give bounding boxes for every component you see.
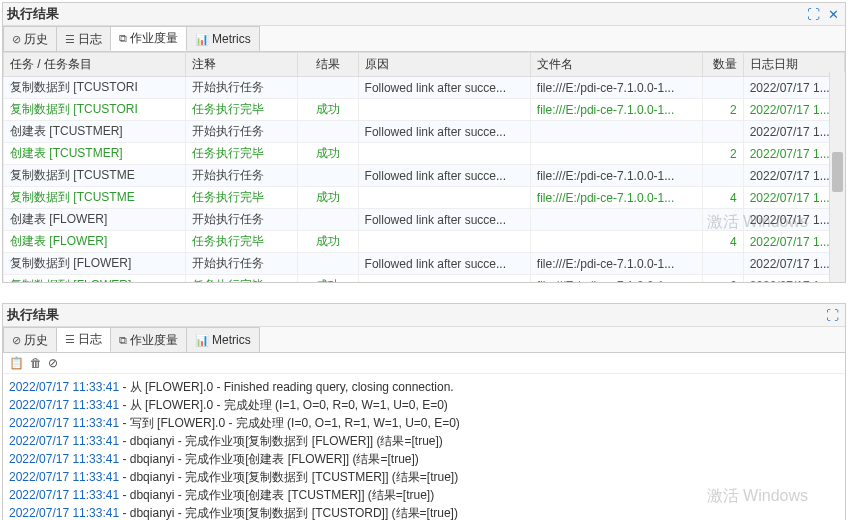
cell: file:///E:/pdi-ce-7.1.0.0-1...: [530, 99, 702, 121]
col-task[interactable]: 任务 / 任务条目: [4, 53, 186, 77]
cell: 复制数据到 [TCUSTME: [4, 165, 186, 187]
tab-icon: ⧉: [119, 334, 127, 347]
tab-日志[interactable]: ☰日志: [56, 26, 111, 51]
cell: [297, 77, 358, 99]
cell: [297, 209, 358, 231]
log-message: - dbqianyi - 完成作业项[创建表 [TCUSTMER]] (结果=[…: [119, 488, 434, 502]
tab-作业度量[interactable]: ⧉作业度量: [110, 26, 187, 51]
panel-controls: ⛶ ✕: [805, 7, 841, 22]
log-line: 2022/07/17 11:33:41 - dbqianyi - 完成作业项[复…: [9, 432, 839, 450]
cell: Followed link after succe...: [358, 209, 530, 231]
cell: 成功: [297, 187, 358, 209]
col-file[interactable]: 文件名: [530, 53, 702, 77]
cell: Followed link after succe...: [358, 121, 530, 143]
clear-icon[interactable]: ⊘: [48, 356, 58, 370]
table-row[interactable]: 创建表 [FLOWER]开始执行任务Followed link after su…: [4, 209, 845, 231]
log-line: 2022/07/17 11:33:41 - dbqianyi - 完成作业项[复…: [9, 504, 839, 520]
log-timestamp: 2022/07/17 11:33:41: [9, 452, 119, 466]
tab-label: 日志: [78, 31, 102, 48]
panel-title: 执行结果: [7, 5, 59, 23]
tab-历史[interactable]: ⊘历史: [3, 26, 57, 51]
table-header-row: 任务 / 任务条目 注释 结果 原因 文件名 数量 日志日期: [4, 53, 845, 77]
close-icon[interactable]: ✕: [826, 7, 841, 22]
cell: [297, 121, 358, 143]
log-line: 2022/07/17 11:33:41 - dbqianyi - 完成作业项[创…: [9, 450, 839, 468]
log-line: 2022/07/17 11:33:41 - dbqianyi - 完成作业项[创…: [9, 486, 839, 504]
cell: [703, 165, 744, 187]
tab-icon: ⊘: [12, 334, 21, 347]
cell: [297, 253, 358, 275]
cell: 成功: [297, 275, 358, 283]
cell: 开始执行任务: [186, 209, 297, 231]
tab-icon: ☰: [65, 33, 75, 46]
tab-label: 日志: [78, 331, 102, 348]
cell: [703, 253, 744, 275]
copy-icon[interactable]: 📋: [9, 356, 24, 370]
tab-Metrics[interactable]: 📊Metrics: [186, 26, 260, 51]
cell: 创建表 [TCUSTMER]: [4, 143, 186, 165]
log-line: 2022/07/17 11:33:41 - 从 [FLOWER].0 - Fin…: [9, 378, 839, 396]
table-row[interactable]: 复制数据到 [FLOWER]开始执行任务Followed link after …: [4, 253, 845, 275]
cell: Followed link after succe...: [358, 253, 530, 275]
tab-icon: 📊: [195, 33, 209, 46]
cell: Followed link after succe...: [358, 77, 530, 99]
log-timestamp: 2022/07/17 11:33:41: [9, 434, 119, 448]
panel-controls: ⛶: [824, 308, 841, 323]
cell: file:///E:/pdi-ce-7.1.0.0-1...: [530, 187, 702, 209]
cell: [358, 99, 530, 121]
cell: [530, 121, 702, 143]
results-panel-bottom: 执行结果 ⛶ ⊘历史☰日志⧉作业度量📊Metrics 📋 🗑 ⊘ 2022/07…: [2, 303, 846, 520]
expand-icon[interactable]: ⛶: [805, 7, 822, 22]
tab-日志[interactable]: ☰日志: [56, 327, 111, 352]
table-container[interactable]: 任务 / 任务条目 注释 结果 原因 文件名 数量 日志日期 复制数据到 [TC…: [3, 52, 845, 282]
cell: 2: [703, 143, 744, 165]
table-row[interactable]: 复制数据到 [TCUSTORI开始执行任务Followed link after…: [4, 77, 845, 99]
trash-icon[interactable]: 🗑: [30, 356, 42, 370]
table-row[interactable]: 复制数据到 [TCUSTME任务执行完毕成功file:///E:/pdi-ce-…: [4, 187, 845, 209]
tab-icon: ⊘: [12, 33, 21, 46]
cell: 复制数据到 [TCUSTORI: [4, 77, 186, 99]
col-result[interactable]: 结果: [297, 53, 358, 77]
cell: 复制数据到 [TCUSTORI: [4, 99, 186, 121]
log-line: 2022/07/17 11:33:41 - 写到 [FLOWER].0 - 完成…: [9, 414, 839, 432]
cell: file:///E:/pdi-ce-7.1.0.0-1...: [530, 77, 702, 99]
cell: 复制数据到 [TCUSTME: [4, 187, 186, 209]
table-row[interactable]: 复制数据到 [FLOWER]任务执行完毕成功file:///E:/pdi-ce-…: [4, 275, 845, 283]
expand-icon[interactable]: ⛶: [824, 308, 841, 323]
cell: 4: [703, 231, 744, 253]
cell: file:///E:/pdi-ce-7.1.0.0-1...: [530, 275, 702, 283]
cell: 任务执行完毕: [186, 231, 297, 253]
tab-Metrics[interactable]: 📊Metrics: [186, 327, 260, 352]
col-comment[interactable]: 注释: [186, 53, 297, 77]
cell: 任务执行完毕: [186, 143, 297, 165]
table-row[interactable]: 创建表 [TCUSTMER]开始执行任务Followed link after …: [4, 121, 845, 143]
log-line: 2022/07/17 11:33:41 - dbqianyi - 完成作业项[复…: [9, 468, 839, 486]
col-qty[interactable]: 数量: [703, 53, 744, 77]
tab-作业度量[interactable]: ⧉作业度量: [110, 327, 187, 352]
cell: 开始执行任务: [186, 121, 297, 143]
tab-label: Metrics: [212, 32, 251, 46]
cell: 开始执行任务: [186, 253, 297, 275]
table-row[interactable]: 复制数据到 [TCUSTORI任务执行完毕成功file:///E:/pdi-ce…: [4, 99, 845, 121]
table-row[interactable]: 创建表 [TCUSTMER]任务执行完毕成功22022/07/17 1...: [4, 143, 845, 165]
table-row[interactable]: 复制数据到 [TCUSTME开始执行任务Followed link after …: [4, 165, 845, 187]
log-message: - dbqianyi - 完成作业项[复制数据到 [TCUSTMER]] (结果…: [119, 470, 458, 484]
tab-label: 历史: [24, 31, 48, 48]
log-message: - 写到 [FLOWER].0 - 完成处理 (I=0, O=1, R=1, W…: [119, 416, 460, 430]
results-panel-top: 执行结果 ⛶ ✕ ⊘历史☰日志⧉作业度量📊Metrics 任务 / 任务条目 注…: [2, 2, 846, 283]
scrollbar-thumb[interactable]: [832, 152, 843, 192]
log-timestamp: 2022/07/17 11:33:41: [9, 470, 119, 484]
panel-header: 执行结果 ⛶: [3, 304, 845, 327]
vertical-scrollbar[interactable]: [829, 72, 845, 282]
table-row[interactable]: 创建表 [FLOWER]任务执行完毕成功42022/07/17 1...: [4, 231, 845, 253]
cell: 成功: [297, 231, 358, 253]
col-reason[interactable]: 原因: [358, 53, 530, 77]
cell: 任务执行完毕: [186, 187, 297, 209]
cell: 成功: [297, 143, 358, 165]
cell: [530, 143, 702, 165]
log-timestamp: 2022/07/17 11:33:41: [9, 488, 119, 502]
cell: 创建表 [FLOWER]: [4, 231, 186, 253]
tab-历史[interactable]: ⊘历史: [3, 327, 57, 352]
log-area[interactable]: 2022/07/17 11:33:41 - 从 [FLOWER].0 - Fin…: [3, 374, 845, 520]
log-message: - 从 [FLOWER].0 - Finished reading query,…: [119, 380, 454, 394]
